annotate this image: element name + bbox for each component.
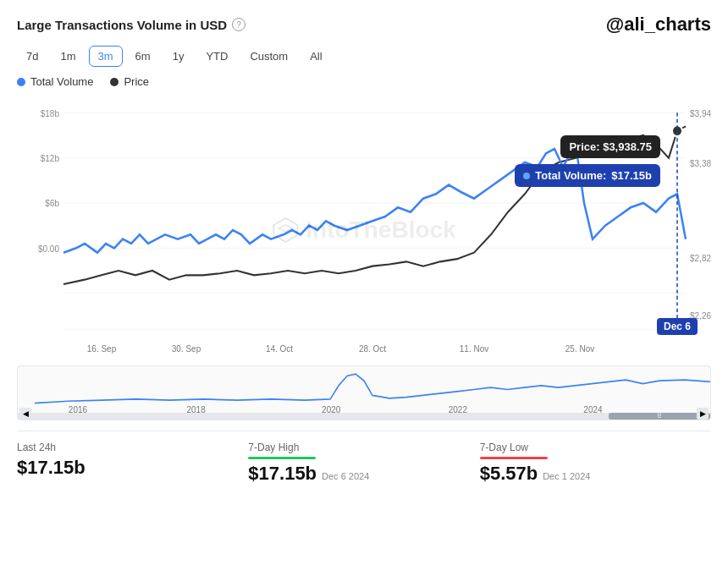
stat-24h-label: Last 24h <box>17 442 231 453</box>
filter-1m[interactable]: 1m <box>51 46 85 67</box>
svg-text:25. Nov: 25. Nov <box>565 344 595 354</box>
help-icon[interactable]: ? <box>232 18 245 31</box>
watermark: IntoTheBlock <box>272 217 455 244</box>
stat-high-label: 7-Day High <box>248 442 462 453</box>
main-container: Large Transactions Volume in USD ? @ali_… <box>0 0 728 495</box>
filter-ytd[interactable]: YTD <box>196 46 237 67</box>
svg-text:$6b: $6b <box>45 199 59 208</box>
stat-7day-high: 7-Day High $17.15b Dec 6 2024 <box>248 442 479 485</box>
stat-last-24h: Last 24h $17.15b <box>17 442 248 485</box>
tooltip-price: Price: $3,938.75 <box>560 135 660 158</box>
header: Large Transactions Volume in USD ? @ali_… <box>17 14 711 36</box>
stat-low-value: $5.57b <box>480 463 538 485</box>
stat-24h-value: $17.15b <box>17 457 231 479</box>
legend-price: Price <box>110 75 149 88</box>
stat-low-date: Dec 1 2024 <box>543 471 590 481</box>
scroll-left-btn[interactable]: ◀ <box>19 408 31 420</box>
title-area: Large Transactions Volume in USD ? <box>17 18 245 32</box>
main-chart-area: IntoTheBlock $18b $12b $6b $0.00 $3,940 … <box>17 95 711 365</box>
filter-7d[interactable]: 7d <box>17 46 47 67</box>
svg-text:16. Sep: 16. Sep <box>87 344 117 354</box>
mini-chart-area[interactable]: 2016 2018 2020 2022 2024 ⠿ ◀ ▶ <box>17 365 711 420</box>
scrollbar-thumb[interactable]: ⠿ <box>609 413 710 420</box>
watermark-text: IntoTheBlock <box>306 217 455 244</box>
legend-price-label: Price <box>124 75 149 88</box>
svg-text:28. Oct: 28. Oct <box>359 344 386 354</box>
legend-volume-dot <box>17 78 25 86</box>
date-badge: Dec 6 <box>657 318 698 335</box>
svg-text:$18b: $18b <box>41 108 59 118</box>
stat-low-label: 7-Day Low <box>480 442 694 453</box>
filter-1y[interactable]: 1y <box>163 46 194 67</box>
filter-custom[interactable]: Custom <box>240 46 297 67</box>
svg-text:$2,824: $2,824 <box>690 254 711 263</box>
time-filters: 7d 1m 3m 6m 1y YTD Custom All <box>17 46 711 67</box>
stat-7day-low: 7-Day Low $5.57b Dec 1 2024 <box>480 442 711 485</box>
legend-volume: Total Volume <box>17 75 93 88</box>
svg-text:14. Oct: 14. Oct <box>266 344 293 354</box>
brand-handle: @ali_charts <box>606 14 711 36</box>
scrollbar-track: ⠿ <box>18 413 710 420</box>
svg-text:$0.00: $0.00 <box>38 244 59 253</box>
mini-chart-svg: 2016 2018 2020 2022 2024 <box>18 366 710 420</box>
stat-high-line <box>248 457 316 459</box>
svg-text:$3,940: $3,940 <box>690 108 711 118</box>
legend: Total Volume Price <box>17 75 711 88</box>
svg-text:$3,382: $3,382 <box>690 159 711 168</box>
legend-volume-label: Total Volume <box>30 75 93 88</box>
svg-text:$12b: $12b <box>41 154 59 163</box>
stat-high-value: $17.15b <box>248 463 317 485</box>
filter-3m[interactable]: 3m <box>89 46 123 67</box>
legend-price-dot <box>110 78 119 86</box>
filter-all[interactable]: All <box>301 46 331 67</box>
stat-low-line <box>480 457 548 459</box>
tooltip-volume-value: $17.15b <box>611 169 652 182</box>
filter-6m[interactable]: 6m <box>126 46 160 67</box>
tooltip-volume: Total Volume: $17.15b <box>515 164 660 187</box>
svg-text:30. Sep: 30. Sep <box>172 344 201 354</box>
scroll-right-btn[interactable]: ▶ <box>697 408 709 420</box>
stat-high-date: Dec 6 2024 <box>322 471 369 481</box>
tooltip-volume-dot <box>523 173 530 179</box>
svg-text:11. Nov: 11. Nov <box>460 344 489 354</box>
stats-area: Last 24h $17.15b 7-Day High $17.15b Dec … <box>17 431 711 485</box>
tooltip-price-value: $3,938.75 <box>603 140 652 153</box>
chart-title: Large Transactions Volume in USD <box>17 18 227 32</box>
